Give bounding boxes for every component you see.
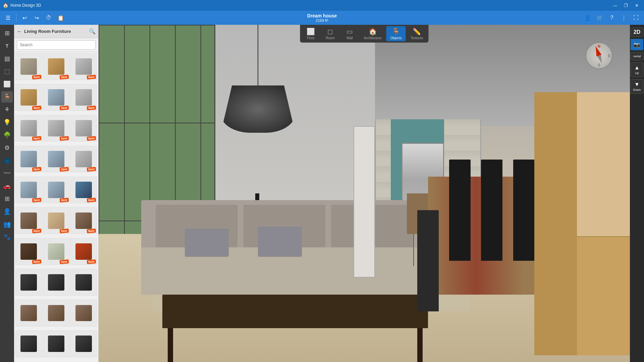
view-tabs: ⬜ Floor ◻ Room ▭ Wall 🏠 Architecture 🪑 O… bbox=[300, 25, 428, 43]
furniture-item-6[interactable]: New bbox=[70, 84, 97, 111]
more-button[interactable]: ⋮ bbox=[619, 12, 629, 23]
furniture-item-20[interactable]: New bbox=[43, 238, 70, 265]
new-badge-7: New bbox=[32, 136, 41, 141]
sidebar-item-doors[interactable]: ⬜ bbox=[1, 78, 13, 90]
aerial-text: Aerial bbox=[633, 55, 641, 58]
project-size: 2169 ft² bbox=[307, 18, 337, 22]
furniture-item-23[interactable] bbox=[43, 269, 70, 296]
tab-textures[interactable]: ✏️ Textures bbox=[407, 26, 427, 41]
sidebar-item-lighting[interactable]: 💡 bbox=[1, 117, 13, 128]
redo-button[interactable]: ↪ bbox=[31, 12, 42, 23]
sidebar-item-windows[interactable]: ⬚ bbox=[1, 66, 13, 77]
minimize-button[interactable]: — bbox=[610, 2, 620, 9]
furniture-item-1[interactable]: New bbox=[15, 53, 42, 80]
menu-button[interactable]: ☰ bbox=[3, 12, 13, 23]
new-badge-16: New bbox=[32, 229, 41, 233]
sidebar-item-decor[interactable]: ⚘ bbox=[1, 104, 13, 115]
maximize-button[interactable]: ❐ bbox=[621, 2, 631, 9]
furniture-item-2[interactable]: New bbox=[43, 53, 70, 80]
copy-button[interactable]: 📋 bbox=[55, 12, 66, 23]
furniture-item-3[interactable]: New bbox=[70, 53, 97, 80]
up-icon: ▲ bbox=[634, 65, 640, 71]
tab-objects[interactable]: 🪑 Objects bbox=[386, 26, 406, 41]
furniture-item-24[interactable] bbox=[70, 269, 97, 296]
sidebar-item-build[interactable]: T bbox=[1, 40, 13, 52]
pillow-1 bbox=[185, 229, 229, 257]
furniture-item-25[interactable] bbox=[15, 300, 42, 326]
sidebar-item-pool[interactable]: 〰 bbox=[1, 168, 13, 179]
sidebar-item-group[interactable]: ⊞ bbox=[1, 193, 13, 204]
furniture-item-10[interactable]: New bbox=[15, 146, 42, 173]
furniture-item-22[interactable] bbox=[15, 269, 42, 296]
sidebar-item-stairs[interactable]: ▤ bbox=[1, 53, 13, 64]
sidebar-item-outdoor[interactable]: 🌳 bbox=[1, 129, 13, 141]
sidebar-item-furniture[interactable]: 🪑 bbox=[1, 91, 13, 103]
button-2d[interactable]: 2D bbox=[631, 27, 643, 37]
up-button[interactable]: ▲ Up bbox=[631, 62, 643, 77]
help-button[interactable]: ? bbox=[606, 12, 617, 23]
sidebar-item-car[interactable]: 🚗 bbox=[1, 180, 13, 192]
search-input[interactable] bbox=[17, 40, 96, 50]
furniture-item-30[interactable] bbox=[70, 330, 97, 357]
furniture-item-19[interactable]: New bbox=[15, 238, 42, 265]
sofa-main bbox=[141, 200, 433, 295]
furniture-item-21[interactable]: New bbox=[70, 238, 97, 265]
new-badge-13: New bbox=[32, 198, 41, 202]
furniture-item-7[interactable]: New bbox=[15, 115, 42, 142]
furniture-item-11[interactable]: New bbox=[43, 146, 70, 173]
furniture-item-9[interactable]: New bbox=[70, 115, 97, 142]
furniture-item-15[interactable]: New bbox=[70, 177, 97, 203]
aerial-camera-button[interactable]: 📷 bbox=[631, 39, 643, 50]
viewport[interactable]: ⬜ Floor ◻ Room ▭ Wall 🏠 Architecture 🪑 O… bbox=[99, 25, 630, 362]
users-button[interactable]: 👤 bbox=[582, 12, 593, 23]
project-name: Dream house bbox=[307, 13, 337, 18]
sidebar-item-group2[interactable]: 👥 bbox=[1, 219, 13, 230]
floor-tab-label: Floor bbox=[307, 36, 315, 40]
toolbar-separator bbox=[16, 14, 16, 22]
tab-room[interactable]: ◻ Room bbox=[321, 26, 339, 41]
lamp-cord bbox=[258, 25, 259, 92]
tab-floor[interactable]: ⬜ Floor bbox=[301, 26, 320, 41]
furniture-item-14[interactable]: New bbox=[43, 177, 70, 203]
new-badge-3: New bbox=[87, 75, 96, 79]
furniture-item-16[interactable]: New bbox=[15, 207, 42, 234]
sidebar-item-rooms[interactable]: ⊞ bbox=[1, 27, 13, 39]
sidebar-item-hanger[interactable]: 🧥 bbox=[1, 155, 13, 166]
close-button[interactable]: ✕ bbox=[632, 2, 641, 9]
furniture-item-8[interactable]: New bbox=[43, 115, 70, 142]
furniture-item-4[interactable]: New bbox=[15, 84, 42, 111]
up-label: Up bbox=[635, 71, 639, 75]
sidebar-item-animals[interactable]: 🐾 bbox=[1, 231, 13, 243]
furniture-panel: ← Living Room Furniture 🔍 NewNewNewNewNe… bbox=[14, 25, 99, 362]
door-frame bbox=[354, 126, 375, 278]
down-button[interactable]: ▼ Down bbox=[631, 79, 643, 94]
back-button[interactable]: ← bbox=[17, 28, 22, 35]
new-badge-8: New bbox=[59, 136, 68, 141]
new-badge-5: New bbox=[59, 105, 68, 110]
panel-search-icon[interactable]: 🔍 bbox=[89, 28, 96, 35]
furniture-item-29[interactable] bbox=[43, 330, 70, 357]
furniture-item-12[interactable]: New bbox=[70, 146, 97, 173]
new-badge-14: New bbox=[59, 198, 68, 202]
furniture-item-28[interactable] bbox=[15, 330, 42, 357]
furniture-item-26[interactable] bbox=[43, 300, 70, 326]
new-badge-1: New bbox=[32, 75, 41, 79]
furniture-item-13[interactable]: New bbox=[15, 177, 42, 203]
furniture-item-27[interactable] bbox=[70, 300, 97, 326]
pillow-2 bbox=[258, 227, 302, 257]
undo-button[interactable]: ↩ bbox=[19, 12, 30, 23]
tab-wall[interactable]: ▭ Wall bbox=[340, 26, 359, 41]
arch-tab-icon: 🏠 bbox=[369, 27, 377, 36]
furniture-item-5[interactable]: New bbox=[43, 84, 70, 111]
new-badge-11: New bbox=[59, 167, 68, 172]
expand-button[interactable]: ⛶ bbox=[631, 12, 641, 23]
tab-architecture[interactable]: 🏠 Architecture bbox=[360, 26, 385, 41]
sidebar-item-technical[interactable]: ⚙ bbox=[1, 142, 13, 154]
furniture-item-17[interactable]: New bbox=[43, 207, 70, 234]
furniture-item-18[interactable]: New bbox=[70, 207, 97, 234]
history-button[interactable]: ⏱ bbox=[43, 12, 54, 23]
sidebar-item-person[interactable]: 👤 bbox=[1, 206, 13, 217]
compass-circle: N S E bbox=[586, 42, 612, 69]
cart-button[interactable]: 🛒 bbox=[594, 12, 605, 23]
objects-tab-label: Objects bbox=[390, 36, 402, 40]
